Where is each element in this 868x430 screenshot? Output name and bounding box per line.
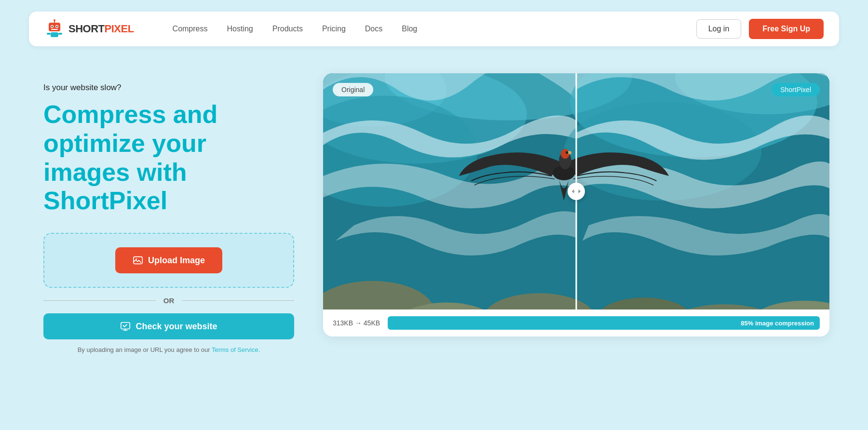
nav-blog[interactable]: Blog xyxy=(402,25,417,33)
size-comparison-text: 313KB → 45KB xyxy=(333,319,380,327)
nav-docs[interactable]: Docs xyxy=(365,25,382,33)
svg-point-5 xyxy=(56,26,58,27)
compression-progress-bar: 85% image compression xyxy=(388,316,820,330)
nav-actions: Log in Free Sign Up xyxy=(696,19,824,39)
svg-rect-9 xyxy=(51,32,58,37)
upload-box: Upload Image xyxy=(43,233,294,288)
hero-subtitle: Is your website slow? xyxy=(43,83,294,93)
check-website-icon xyxy=(120,321,131,332)
hero-section: Is your website slow? Compress and optim… xyxy=(0,58,868,373)
check-website-button[interactable]: Check your website xyxy=(43,313,294,339)
svg-rect-6 xyxy=(51,29,58,30)
svg-point-34 xyxy=(567,152,568,153)
or-divider: OR xyxy=(43,296,294,305)
nav-pricing[interactable]: Pricing xyxy=(322,25,346,33)
image-compare-container: Original ShortPixel xyxy=(323,73,829,309)
upload-icon xyxy=(133,255,143,266)
signup-button[interactable]: Free Sign Up xyxy=(749,19,824,39)
svg-point-32 xyxy=(561,149,570,159)
nav-links: Compress Hosting Products Pricing Docs B… xyxy=(173,25,696,33)
handle-arrows-icon xyxy=(572,188,581,195)
image-bottom-bar: 313KB → 45KB 85% image compression xyxy=(323,309,829,336)
hero-title: Compress and optimize your images with S… xyxy=(43,100,294,215)
logo-robot-icon xyxy=(44,19,65,39)
terms-text: By uploading an image or URL you agree t… xyxy=(43,346,294,353)
label-shortpixel: ShortPixel xyxy=(772,83,820,96)
terms-link[interactable]: Terms of Service. xyxy=(212,346,260,353)
svg-point-4 xyxy=(52,26,53,27)
nav-products[interactable]: Products xyxy=(272,25,303,33)
svg-rect-11 xyxy=(58,33,62,35)
nav-compress[interactable]: Compress xyxy=(173,25,208,33)
compression-label: 85% image compression xyxy=(741,320,814,327)
nav-hosting[interactable]: Hosting xyxy=(227,25,253,33)
upload-image-button[interactable]: Upload Image xyxy=(115,247,222,273)
svg-rect-1 xyxy=(49,23,60,31)
image-comparison-panel: Original ShortPixel 313KB → 45KB 85% ima… xyxy=(323,73,829,336)
svg-rect-10 xyxy=(47,33,51,35)
login-button[interactable]: Log in xyxy=(696,19,742,39)
hero-left: Is your website slow? Compress and optim… xyxy=(43,73,294,353)
svg-point-8 xyxy=(54,19,55,21)
logo[interactable]: SHORTPIXEL xyxy=(44,19,134,39)
label-original: Original xyxy=(333,83,373,96)
logo-text: SHORTPIXEL xyxy=(68,23,134,35)
compare-handle[interactable] xyxy=(568,183,585,200)
navbar: SHORTPIXEL Compress Hosting Products Pri… xyxy=(29,12,839,46)
